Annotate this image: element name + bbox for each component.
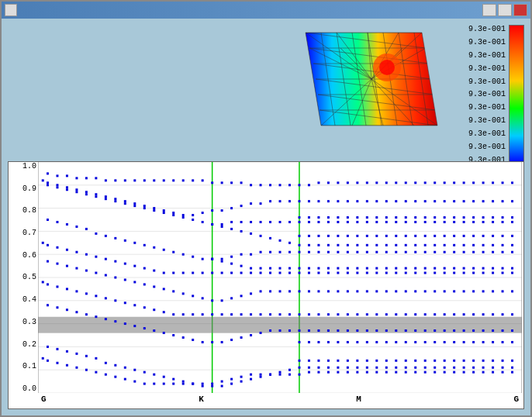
svg-rect-553 — [250, 233, 252, 235]
svg-rect-385 — [385, 200, 388, 202]
y-label-5: 0.5 — [10, 273, 36, 281]
svg-rect-661 — [317, 341, 320, 343]
svg-rect-688 — [356, 360, 358, 362]
svg-rect-277 — [298, 329, 300, 332]
svg-rect-399 — [42, 242, 44, 244]
svg-rect-329 — [327, 367, 330, 369]
svg-rect-325 — [288, 369, 291, 371]
svg-rect-172 — [230, 256, 233, 258]
svg-rect-345 — [482, 367, 485, 369]
svg-rect-595 — [347, 267, 349, 270]
svg-rect-482 — [356, 313, 358, 315]
svg-rect-203 — [56, 263, 58, 265]
svg-rect-355 — [95, 193, 97, 195]
svg-rect-305 — [95, 357, 97, 360]
svg-rect-272 — [250, 334, 252, 336]
y-label-10: 1.0 — [10, 162, 36, 171]
svg-rect-522 — [260, 374, 262, 376]
svg-rect-405 — [95, 256, 97, 258]
svg-rect-540 — [434, 371, 436, 374]
svg-rect-528 — [317, 371, 320, 374]
svg-rect-321 — [250, 378, 252, 381]
svg-rect-298 — [502, 329, 504, 332]
svg-rect-176 — [269, 251, 271, 253]
svg-rect-353 — [75, 188, 78, 191]
svg-rect-592 — [317, 267, 320, 270]
svg-rect-70 — [192, 179, 194, 181]
mesh-visualization — [290, 25, 445, 133]
maximize-button[interactable] — [498, 4, 512, 16]
svg-rect-641 — [347, 235, 349, 237]
svg-rect-702 — [492, 360, 494, 362]
minimize-button[interactable] — [482, 4, 496, 16]
svg-rect-676 — [463, 341, 465, 343]
svg-rect-607 — [463, 267, 465, 270]
svg-rect-373 — [269, 200, 271, 202]
svg-rect-689 — [366, 360, 368, 362]
svg-rect-178 — [288, 251, 291, 253]
svg-rect-485 — [385, 313, 388, 315]
svg-rect-525 — [288, 374, 291, 376]
svg-rect-56 — [56, 174, 58, 177]
svg-rect-683 — [308, 360, 310, 362]
y-label-2: 0.2 — [10, 340, 36, 349]
svg-rect-605 — [444, 267, 446, 270]
close-button[interactable] — [513, 4, 527, 16]
svg-rect-441 — [444, 272, 446, 274]
svg-rect-343 — [463, 367, 465, 369]
svg-rect-191 — [414, 251, 416, 253]
svg-rect-108 — [85, 193, 88, 195]
svg-rect-223 — [250, 292, 252, 295]
svg-rect-566 — [375, 244, 378, 246]
svg-rect-593 — [327, 267, 330, 270]
svg-rect-63 — [124, 179, 126, 181]
svg-rect-115 — [153, 209, 155, 212]
svg-rect-671 — [414, 341, 416, 343]
svg-rect-336 — [395, 367, 397, 369]
svg-rect-602 — [414, 267, 416, 270]
svg-rect-133 — [327, 221, 330, 223]
svg-rect-604 — [434, 267, 436, 270]
svg-rect-194 — [444, 251, 446, 253]
svg-rect-549 — [211, 223, 213, 226]
svg-rect-418 — [221, 272, 223, 274]
svg-rect-497 — [502, 313, 504, 315]
svg-rect-611 — [502, 267, 504, 270]
svg-rect-544 — [472, 371, 475, 374]
svg-rect-209 — [114, 277, 116, 279]
svg-rect-680 — [502, 341, 504, 343]
svg-rect-548 — [511, 371, 513, 374]
svg-rect-667 — [375, 341, 378, 343]
y-label-7: 0.7 — [10, 229, 36, 237]
svg-rect-423 — [269, 272, 271, 274]
svg-rect-427 — [308, 272, 310, 274]
svg-rect-640 — [337, 235, 339, 237]
svg-rect-206 — [85, 270, 88, 272]
svg-rect-672 — [424, 341, 427, 343]
svg-rect-484 — [375, 313, 378, 315]
svg-rect-391 — [444, 200, 446, 202]
svg-rect-612 — [511, 267, 513, 270]
svg-rect-668 — [385, 341, 388, 343]
svg-rect-348 — [511, 367, 513, 369]
demo-line — [8, 23, 14, 37]
svg-rect-616 — [327, 216, 330, 219]
svg-rect-580 — [511, 244, 513, 246]
svg-rect-697 — [444, 360, 446, 362]
svg-rect-307 — [114, 364, 116, 367]
svg-rect-283 — [356, 329, 358, 332]
svg-rect-219 — [211, 299, 213, 302]
svg-rect-551 — [230, 228, 233, 230]
svg-rect-698 — [453, 360, 455, 362]
svg-rect-175 — [260, 251, 262, 253]
svg-rect-68 — [172, 179, 174, 181]
svg-rect-320 — [240, 381, 243, 383]
svg-rect-128 — [279, 221, 282, 223]
svg-rect-173 — [240, 253, 243, 256]
svg-rect-245 — [463, 290, 465, 292]
svg-rect-236 — [375, 290, 378, 292]
svg-rect-633 — [492, 216, 494, 219]
svg-rect-242 — [434, 290, 436, 292]
svg-rect-446 — [492, 272, 494, 274]
svg-rect-686 — [337, 360, 339, 362]
